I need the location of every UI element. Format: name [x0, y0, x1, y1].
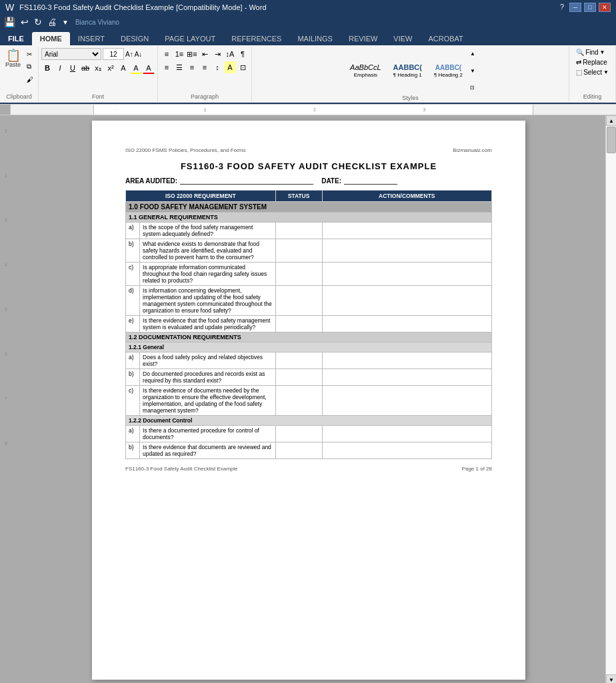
item-letter: a) — [126, 223, 140, 239]
item-status — [275, 369, 322, 386]
save-qat-btn[interactable]: 💾 — [3, 17, 17, 27]
select-button[interactable]: ⬚ Select ▼ — [573, 68, 611, 77]
sort-button[interactable]: ↕A — [224, 48, 236, 60]
select-dropdown[interactable]: ▼ — [603, 69, 609, 75]
clear-formatting-button[interactable]: A — [117, 62, 129, 74]
item-text: Is appropriate information communicated … — [140, 263, 276, 286]
subscript-button[interactable]: x₂ — [92, 62, 104, 74]
paragraph-row2: ≡ ☰ ≡ ≡ ↕ A ⊡ — [161, 61, 249, 73]
item-comments — [322, 426, 491, 442]
title-bar-left: W FS1160-3 Food Safety Audit Checklist E… — [5, 2, 267, 13]
text-highlight-button[interactable]: A — [130, 62, 142, 74]
style-heading2[interactable]: AABBC( ¶ Heading 2 — [429, 62, 467, 80]
justify-button[interactable]: ≡ — [199, 61, 211, 73]
table-row: b) Is there evidence that documents are … — [126, 442, 492, 459]
style-emphasis[interactable]: AaBbCcL Emphasis — [345, 61, 385, 80]
grow-font-btn[interactable]: A↑ — [125, 51, 133, 58]
replace-button[interactable]: ⇄ Replace — [573, 58, 610, 67]
scroll-down-btn[interactable]: ▼ — [606, 674, 616, 683]
page-header: ISO 22000 FSMS Policies, Procedures, and… — [125, 147, 492, 153]
font-controls: Arial A↑ A↓ B I U ab x₂ x² A A A — [41, 48, 155, 92]
tab-page-layout[interactable]: PAGE LAYOUT — [157, 32, 223, 45]
item-text: Is there evidence that documents are rev… — [140, 442, 276, 459]
item-letter: a) — [126, 352, 140, 369]
footer-right: Page 1 of 28 — [462, 466, 492, 472]
col-comments: ACTION/COMMENTS — [322, 191, 491, 202]
close-btn[interactable]: ✕ — [599, 3, 611, 12]
decrease-indent-button[interactable]: ⇤ — [199, 48, 211, 60]
item-text: Is there evidence that the food safety m… — [140, 316, 276, 333]
document-scroll-area[interactable]: ISO 22000 FSMS Policies, Procedures, and… — [12, 115, 605, 683]
underline-button[interactable]: U — [67, 62, 79, 74]
undo-qat-btn[interactable]: ↩ — [19, 17, 30, 27]
styles-content: AaBbCcL Emphasis AABBC( ¶ Heading 1 AABB… — [343, 48, 478, 93]
tab-design[interactable]: DESIGN — [113, 32, 157, 45]
tab-file[interactable]: FILE — [0, 32, 32, 45]
font-family-select[interactable]: Arial — [41, 48, 101, 60]
tab-review[interactable]: REVIEW — [341, 32, 385, 45]
font-color-button[interactable]: A — [143, 62, 155, 74]
italic-button[interactable]: I — [54, 62, 66, 74]
clipboard-content: 📋 Paste ✂ ⧉ 🖌 — [3, 48, 35, 92]
select-icon: ⬚ — [576, 69, 582, 76]
tab-acrobat[interactable]: ACROBAT — [420, 32, 471, 45]
item-text: Is there a documented procedure for cont… — [140, 426, 276, 442]
item-status — [275, 386, 322, 416]
font-size-input[interactable] — [103, 48, 124, 60]
scroll-track[interactable] — [606, 126, 616, 674]
item-letter: c) — [126, 386, 140, 416]
right-scrollbar[interactable]: ▲ ▼ — [605, 115, 616, 683]
styles-up-btn[interactable]: ▲ — [470, 51, 475, 57]
redo-qat-btn[interactable]: ↻ — [33, 17, 43, 27]
ribbon-tabs: FILE HOME INSERT DESIGN PAGE LAYOUT REFE… — [0, 29, 616, 45]
print-qat-btn[interactable]: 🖨 — [46, 17, 58, 27]
superscript-button[interactable]: x² — [105, 62, 117, 74]
shrink-font-btn[interactable]: A↓ — [135, 51, 143, 58]
scroll-thumb[interactable] — [607, 127, 616, 153]
tab-references[interactable]: REFERENCES — [223, 32, 289, 45]
strikethrough-button[interactable]: ab — [79, 62, 91, 74]
paragraph-group: ≡ 1≡ ⊞≡ ⇤ ⇥ ↕A ¶ ≡ ☰ ≡ ≡ ↕ A ⊡ — [158, 47, 252, 101]
item-letter: b) — [126, 442, 140, 459]
font-format-row: B I U ab x₂ x² A A A — [41, 62, 155, 74]
align-left-button[interactable]: ≡ — [161, 61, 173, 73]
item-status — [275, 223, 322, 239]
format-painter-button[interactable]: 🖌 — [25, 73, 35, 85]
scroll-up-btn[interactable]: ▲ — [606, 115, 616, 126]
multilevel-list-button[interactable]: ⊞≡ — [186, 48, 198, 60]
tab-insert[interactable]: INSERT — [70, 32, 113, 45]
item-status — [275, 286, 322, 316]
item-text: Is there evidence of documents needed by… — [140, 386, 276, 416]
shading-button[interactable]: A — [224, 61, 236, 73]
maximize-btn[interactable]: □ — [584, 3, 596, 12]
help-btn[interactable]: ? — [557, 3, 567, 12]
qat-dropdown[interactable]: ▼ — [61, 19, 70, 26]
cut-button[interactable]: ✂ — [25, 48, 35, 60]
find-icon: 🔍 — [576, 49, 584, 56]
align-right-button[interactable]: ≡ — [186, 61, 198, 73]
tab-view[interactable]: VIEW — [385, 32, 420, 45]
numbering-button[interactable]: 1≡ — [173, 48, 185, 60]
bullets-button[interactable]: ≡ — [161, 48, 173, 60]
header-left: ISO 22000 FSMS Policies, Procedures, and… — [125, 147, 246, 153]
increase-indent-button[interactable]: ⇥ — [211, 48, 223, 60]
border-button[interactable]: ⊡ — [237, 61, 249, 73]
line-spacing-button[interactable]: ↕ — [211, 61, 223, 73]
find-button[interactable]: 🔍 Find ▼ — [573, 48, 607, 57]
audit-table: ISO 22000 REQUIREMENT STATUS ACTION/COMM… — [125, 190, 492, 459]
find-dropdown[interactable]: ▼ — [600, 49, 605, 55]
table-row: a) Does a food safety policy and related… — [126, 352, 492, 369]
item-letter: e) — [126, 316, 140, 333]
copy-button[interactable]: ⧉ — [25, 61, 35, 73]
minimize-btn[interactable]: ─ — [569, 3, 581, 12]
styles-expand-btn[interactable]: ⊡ — [470, 85, 475, 91]
item-text: Is the scope of the food safety manageme… — [140, 223, 276, 239]
styles-down-btn[interactable]: ▼ — [470, 68, 475, 74]
tab-home[interactable]: HOME — [32, 32, 70, 45]
bold-button[interactable]: B — [41, 62, 53, 74]
align-center-button[interactable]: ☰ — [173, 61, 185, 73]
tab-mailings[interactable]: MAILINGS — [289, 32, 341, 45]
style-heading1[interactable]: AABBC( ¶ Heading 1 — [389, 61, 427, 80]
show-marks-button[interactable]: ¶ — [237, 48, 249, 60]
paste-button[interactable]: 📋 Paste — [3, 48, 23, 69]
